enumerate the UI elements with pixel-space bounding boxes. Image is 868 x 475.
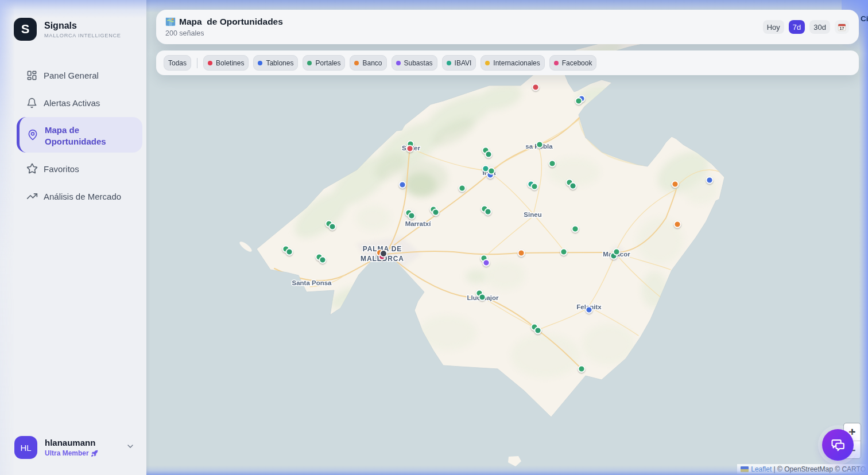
svg-text:Marratxí: Marratxí <box>405 220 432 227</box>
svg-text:Santa Ponsa: Santa Ponsa <box>292 279 332 286</box>
svg-text:17: 17 <box>840 26 844 30</box>
svg-text:Sineu: Sineu <box>524 211 541 218</box>
